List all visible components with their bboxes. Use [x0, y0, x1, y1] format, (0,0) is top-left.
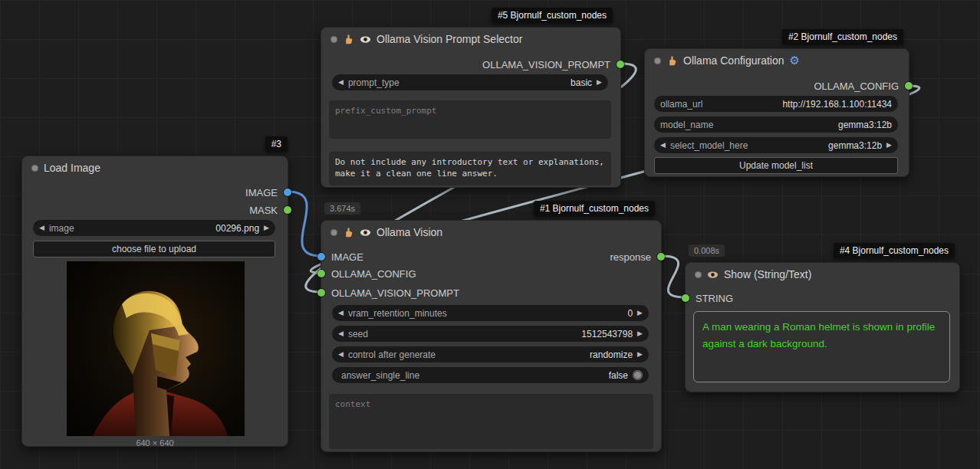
node-graph-canvas[interactable]: #3 Load Image IMAGE MASK ◀ image 00296.p…	[0, 0, 980, 469]
execution-time-badge: 0.008s	[689, 244, 725, 257]
node-show-string-text[interactable]: #4 Bjornulf_custom_nodes 0.008s Show (St…	[685, 262, 960, 392]
input-dot-image[interactable]	[317, 253, 325, 261]
combo-prev-icon[interactable]: ◀	[338, 310, 344, 316]
image-file-combo[interactable]: ◀ image 00296.png ▶	[33, 220, 275, 236]
toggle-knob-icon[interactable]	[633, 370, 643, 380]
node-id-badge: #5 Bjornulf_custom_nodes	[492, 8, 613, 23]
input-slot-image[interactable]: IMAGE	[317, 249, 363, 264]
context-textarea[interactable]: context	[329, 394, 653, 449]
node-header[interactable]: Ollama Vision Prompt Selector	[321, 28, 620, 51]
node-ollama-vision-prompt-selector[interactable]: #5 Bjornulf_custom_nodes Ollama Vision P…	[321, 27, 621, 188]
node-id-badge: #2 Bjornulf_custom_nodes	[782, 29, 903, 44]
combo-prev-icon[interactable]: ◀	[660, 142, 666, 149]
execution-time-badge: 3.674s	[324, 202, 360, 215]
vram-retention-minutes-combo[interactable]: ◀ vram_retention_minutes 0 ▶	[332, 305, 649, 321]
node-load-image[interactable]: #3 Load Image IMAGE MASK ◀ image 00296.p…	[21, 156, 288, 447]
eye-icon	[360, 227, 371, 238]
collapse-dot-icon[interactable]	[331, 36, 337, 43]
answer-single-line-toggle[interactable]: answer_single_line false	[332, 367, 649, 383]
node-title: Load Image	[44, 162, 100, 174]
eye-icon	[360, 34, 371, 45]
input-slot-ollama-config[interactable]: OLLAMA_CONFIG	[317, 266, 416, 281]
collapse-dot-icon[interactable]	[695, 271, 702, 278]
output-slot-response[interactable]: response	[610, 249, 665, 264]
hand-icon	[666, 55, 678, 67]
node-ollama-vision[interactable]: #1 Bjornulf_custom_nodes 3.674s Ollama V…	[321, 220, 662, 452]
output-dot-response[interactable]	[657, 253, 665, 261]
combo-next-icon[interactable]: ▶	[886, 142, 892, 149]
node-title: Ollama Configuration	[683, 54, 784, 67]
ollama-url-field[interactable]: ollama_url http://192.168.1.100:11434	[654, 96, 898, 112]
prompt-type-combo[interactable]: ◀ prompt_type basic ▶	[332, 74, 608, 90]
output-dot-ollama-config[interactable]	[905, 82, 913, 90]
combo-next-icon[interactable]: ▶	[264, 225, 269, 231]
input-slot-string[interactable]: STRING	[682, 290, 733, 306]
node-ollama-configuration[interactable]: #2 Bjornulf_custom_nodes Ollama Configur…	[644, 48, 909, 177]
image-preview	[67, 261, 245, 436]
combo-next-icon[interactable]: ▶	[637, 351, 643, 358]
output-dot-image[interactable]	[284, 189, 291, 196]
node-header[interactable]: Show (String/Text)	[686, 263, 959, 286]
combo-prev-icon[interactable]: ◀	[338, 330, 344, 337]
hand-icon	[343, 34, 354, 45]
result-text-display: A man wearing a Roman helmet is shown in…	[693, 311, 950, 382]
model-name-field[interactable]: model_name gemma3:12b	[654, 116, 898, 133]
combo-prev-icon[interactable]: ◀	[338, 79, 344, 86]
node-id-badge: #1 Bjornulf_custom_nodes	[534, 201, 655, 216]
node-header[interactable]: Ollama Configuration ⚙	[645, 49, 909, 72]
seed-combo[interactable]: ◀ seed 1512543798 ▶	[332, 326, 649, 342]
output-slot-ollama-vision-prompt[interactable]: OLLAMA_VISION_PROMPT	[482, 57, 624, 72]
roman-helmet-portrait	[67, 261, 245, 436]
system-prompt-textarea[interactable]: Do not include any introductory text or …	[329, 152, 611, 185]
control-after-generate-combo[interactable]: ◀ control after generate randomize ▶	[332, 346, 649, 362]
gear-icon: ⚙	[790, 55, 800, 67]
input-dot-string[interactable]	[682, 294, 689, 302]
input-slot-ollama-vision-prompt[interactable]: OLLAMA_VISION_PROMPT	[317, 285, 459, 300]
image-dimensions-caption: 640 × 640	[22, 438, 288, 448]
combo-next-icon[interactable]: ▶	[637, 330, 643, 337]
input-dot-ollama-config[interactable]	[317, 270, 325, 277]
output-slot-ollama-config[interactable]: OLLAMA_CONFIG	[814, 78, 913, 93]
combo-next-icon[interactable]: ▶	[637, 310, 643, 316]
input-dot-ollama-vision-prompt[interactable]	[317, 289, 325, 297]
output-dot-mask[interactable]	[284, 206, 291, 214]
hand-icon	[343, 227, 354, 238]
link-image	[288, 192, 321, 256]
node-header[interactable]: Load Image	[22, 156, 288, 179]
choose-file-button[interactable]: choose file to upload	[33, 241, 275, 257]
select-model-combo[interactable]: ◀ select_model_here gemma3:12b ▶	[654, 137, 898, 153]
collapse-dot-icon[interactable]	[654, 57, 661, 64]
combo-prev-icon[interactable]: ◀	[39, 225, 44, 231]
combo-prev-icon[interactable]: ◀	[338, 351, 344, 358]
prefix-custom-prompt-textarea[interactable]: prefix_custom_prompt	[329, 100, 611, 139]
node-id-badge: #3	[265, 136, 288, 152]
update-model-list-button[interactable]: Update model_list	[654, 157, 898, 174]
node-header[interactable]: Ollama Vision	[321, 221, 661, 244]
collapse-dot-icon[interactable]	[331, 229, 337, 236]
node-id-badge: #4 Bjornulf_custom_nodes	[834, 243, 955, 258]
node-title: Ollama Vision	[377, 226, 442, 238]
output-dot-ollama-vision-prompt[interactable]	[617, 61, 624, 68]
output-slot-image[interactable]: IMAGE	[245, 185, 291, 200]
combo-next-icon[interactable]: ▶	[597, 79, 602, 86]
node-title: Show (String/Text)	[724, 268, 811, 280]
eye-icon	[707, 269, 719, 280]
output-slot-mask[interactable]: MASK	[249, 202, 291, 218]
node-title: Ollama Vision Prompt Selector	[377, 33, 522, 45]
collapse-dot-icon[interactable]	[31, 165, 38, 172]
